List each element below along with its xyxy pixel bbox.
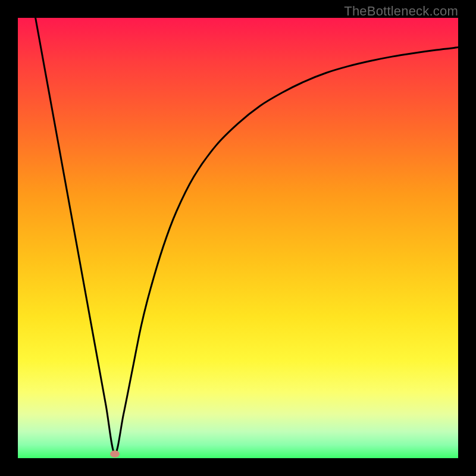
plot-area [18,18,458,458]
minimum-marker-icon [110,450,120,458]
chart-frame: TheBottleneck.com [0,0,476,476]
attribution-watermark: TheBottleneck.com [344,4,458,19]
bottleneck-curve [18,18,458,458]
